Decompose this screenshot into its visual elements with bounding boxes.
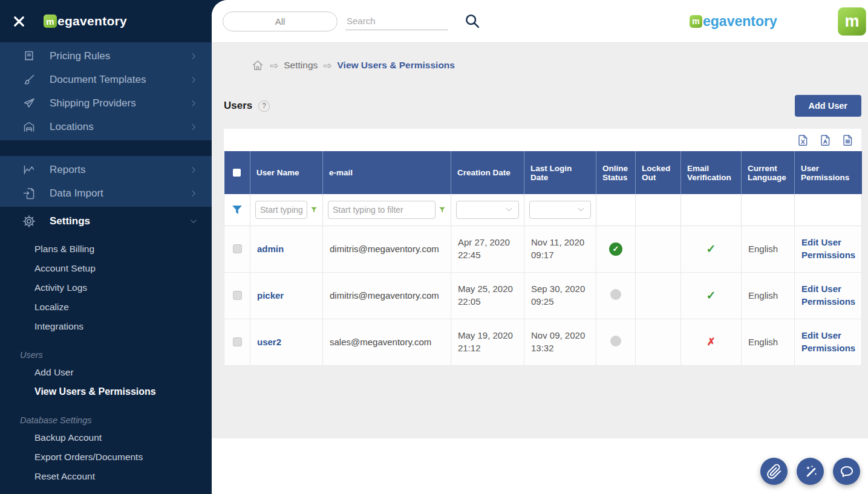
date-cell: Apr 27, 202022:45 xyxy=(451,226,524,272)
chat-button[interactable] xyxy=(833,458,860,485)
row-checkbox[interactable] xyxy=(233,337,242,346)
data-import-icon xyxy=(22,186,36,201)
export-pdf-icon[interactable] xyxy=(819,133,832,148)
table-header-row: User Namee-mailCreation DateLast Login D… xyxy=(224,151,862,194)
row-checkbox[interactable] xyxy=(233,291,242,300)
locked-out-cell xyxy=(636,319,681,365)
reports-icon xyxy=(22,163,36,177)
filter-row xyxy=(224,194,862,226)
column-header-online-status: Online Status xyxy=(596,151,636,194)
date-value: Apr 27, 2020 xyxy=(458,236,517,249)
creation-date-filter-select[interactable] xyxy=(456,201,519,219)
sidebar-item-label: Locations xyxy=(50,121,189,133)
content-area: ⇨ Settings ⇨ View Users & Permissions Us… xyxy=(212,42,868,438)
sidebar-item-view-users-permissions[interactable]: View Users & Permissions xyxy=(0,382,212,401)
add-user-button[interactable]: Add User xyxy=(795,95,861,117)
breadcrumb-arrow-icon: ⇨ xyxy=(270,59,278,72)
sidebar-item-reports[interactable]: Reports xyxy=(0,158,212,181)
user-name-filter-input[interactable] xyxy=(255,201,307,219)
sidebar-item-localize[interactable]: Localize xyxy=(0,297,212,317)
user-name-link[interactable]: admin xyxy=(257,244,284,254)
sidebar-item-backup-account[interactable]: Backup Account xyxy=(0,428,212,447)
search-scope-dropdown[interactable]: All xyxy=(223,11,338,31)
sidebar-item-document-templates[interactable]: Document Templates xyxy=(0,68,212,91)
search-input[interactable] xyxy=(345,12,448,30)
chevron-right-icon xyxy=(189,99,198,108)
magic-wand-button[interactable] xyxy=(797,458,824,485)
sidebar-group-catalog: Pricing RulesDocument TemplatesShipping … xyxy=(0,42,212,140)
sidebar-item-data-import[interactable]: Data Import xyxy=(0,181,212,205)
sidebar-header: m egaventory xyxy=(0,0,212,42)
footer xyxy=(212,438,868,493)
help-icon[interactable]: ? xyxy=(258,100,270,112)
sidebar-item-reset-account[interactable]: Reset Account xyxy=(0,467,212,486)
sidebar-item-locations[interactable]: Locations xyxy=(0,115,212,138)
breadcrumb-arrow-icon: ⇨ xyxy=(323,59,331,72)
sidebar-brand-logo: m egaventory xyxy=(44,14,127,28)
attachment-button[interactable] xyxy=(760,458,788,485)
close-icon[interactable] xyxy=(8,11,29,31)
verified-check-icon: ✓ xyxy=(706,242,716,255)
date-cell: May 19, 202021:12 xyxy=(451,319,524,365)
time-value: 13:32 xyxy=(531,342,589,354)
sidebar-item-account-setup[interactable]: Account Setup xyxy=(0,259,212,278)
export-text-icon[interactable] xyxy=(841,133,854,148)
sidebar-item-label: Shipping Providers xyxy=(50,97,189,109)
funnel-mini-icon[interactable] xyxy=(439,206,446,213)
row-checkbox[interactable] xyxy=(233,244,242,253)
title-row: Users ? Add User xyxy=(224,95,861,117)
chevron-right-icon xyxy=(189,51,198,61)
export-toolbar xyxy=(224,129,861,151)
users-table-panel: User Namee-mailCreation DateLast Login D… xyxy=(224,129,861,366)
chevron-right-icon xyxy=(189,75,198,85)
filter-funnel-icon[interactable] xyxy=(231,204,243,216)
time-value: 09:25 xyxy=(531,296,589,308)
breadcrumb-view-users[interactable]: View Users & Permissions xyxy=(338,60,455,71)
brand-text: egaventory xyxy=(57,14,127,28)
user-name-link[interactable]: picker xyxy=(257,290,284,301)
sidebar-item-label: Settings xyxy=(50,215,189,227)
sidebar-item-shipping-providers[interactable]: Shipping Providers xyxy=(0,91,212,115)
date-cell: Nov 11, 202009:17 xyxy=(524,226,596,272)
search-icon[interactable] xyxy=(464,13,481,30)
sidebar-item-plans-billing[interactable]: Plans & Billing xyxy=(0,239,212,259)
edit-permissions-link[interactable]: Edit User Permissions xyxy=(801,283,855,308)
sidebar-item-pricing-rules[interactable]: Pricing Rules xyxy=(0,44,212,68)
column-header-current-language: Current Language xyxy=(742,151,795,194)
last-login-filter-select[interactable] xyxy=(529,201,591,219)
document-templates-icon xyxy=(22,73,36,87)
date-cell: May 25, 202022:05 xyxy=(451,272,524,319)
date-cell: Nov 09, 202013:32 xyxy=(524,319,596,365)
select-all-checkbox[interactable] xyxy=(233,169,241,177)
time-value: 21:12 xyxy=(458,342,517,354)
sidebar-item-integrations[interactable]: Integrations xyxy=(0,317,212,336)
brand-text: egaventory xyxy=(703,13,777,30)
edit-permissions-link[interactable]: Edit User Permissions xyxy=(801,236,855,261)
chat-icon xyxy=(839,464,855,479)
email-filter-input[interactable] xyxy=(328,201,436,219)
funnel-mini-icon[interactable] xyxy=(310,206,318,213)
language-value: English xyxy=(748,244,778,254)
shipping-providers-icon xyxy=(22,96,36,111)
date-value: May 19, 2020 xyxy=(458,330,517,342)
section-label-database-settings: Database Settings xyxy=(0,412,212,428)
sidebar-item-activity-logs[interactable]: Activity Logs xyxy=(0,278,212,297)
breadcrumb-settings[interactable]: Settings xyxy=(284,60,318,71)
locations-icon xyxy=(22,120,36,134)
sidebar-item-export-orders-documents[interactable]: Export Orders/Documents xyxy=(0,447,212,467)
locked-out-cell xyxy=(636,226,681,272)
page-title: Users xyxy=(224,100,252,112)
breadcrumb: ⇨ Settings ⇨ View Users & Permissions xyxy=(251,59,861,72)
home-icon[interactable] xyxy=(251,59,264,72)
export-excel-icon[interactable] xyxy=(797,133,809,148)
gear-icon xyxy=(22,214,36,229)
brand-cube-icon: m xyxy=(44,15,57,28)
sidebar-item-settings[interactable]: Settings xyxy=(0,208,212,235)
table-row: pickerdimitris@megaventory.comMay 25, 20… xyxy=(224,272,862,319)
user-name-link[interactable]: user2 xyxy=(257,337,281,347)
chevron-down-icon xyxy=(504,205,514,214)
edit-permissions-link[interactable]: Edit User Permissions xyxy=(801,330,855,354)
sidebar-item-add-user[interactable]: Add User xyxy=(0,363,212,382)
verified-check-icon: ✓ xyxy=(706,289,716,302)
account-avatar[interactable]: m xyxy=(838,7,866,36)
